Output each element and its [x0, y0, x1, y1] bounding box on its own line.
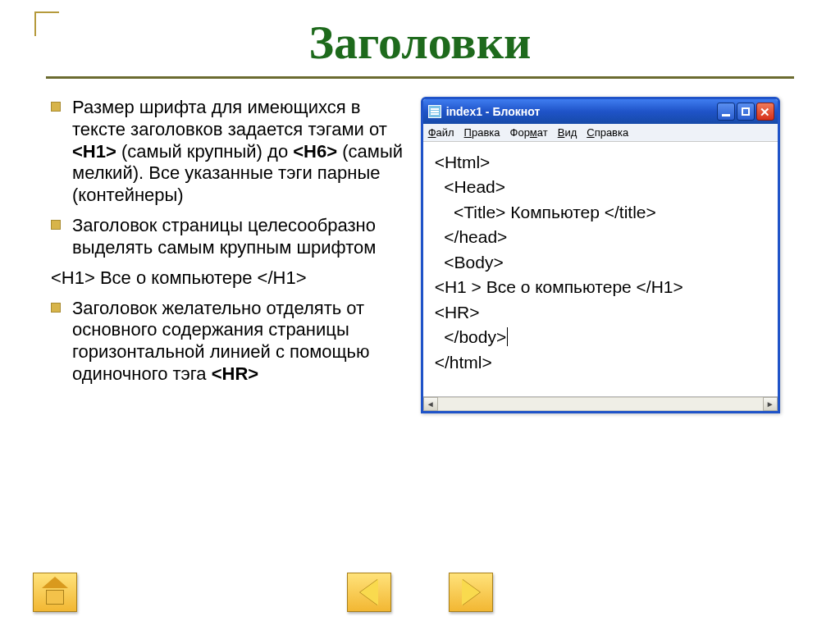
window-titlebar[interactable]: index1 - Блокнот ✕ [423, 99, 778, 124]
code-line: <H1 > Все о компьютере </H1> [435, 275, 774, 299]
title-underline [46, 76, 794, 79]
notepad-icon [428, 105, 441, 118]
bullet-item-3: Заголовок желательно отделять от основно… [51, 298, 404, 386]
home-icon [41, 580, 69, 605]
menu-bar: Файл Правка Формат Вид Справка [423, 124, 778, 142]
slide-title: Заголовки [23, 15, 817, 70]
maximize-button[interactable] [737, 103, 755, 121]
editor-area[interactable]: <Html> <Head> <Title> Компьютер </title>… [423, 142, 778, 396]
nav-buttons [0, 573, 840, 612]
code-line: <Body> [435, 250, 774, 275]
next-button[interactable] [449, 573, 493, 612]
text: Заголовок страницы целесообразно выделят… [72, 215, 376, 258]
bullet-list: Размер шрифта для имеющихся в тексте заг… [23, 97, 404, 413]
menu-format[interactable]: Формат [510, 126, 548, 139]
bullet-item-2: Заголовок страницы целесообразно выделят… [51, 215, 404, 259]
bullet-icon [51, 102, 61, 112]
slide: Заголовки Размер шрифта для имеющихся в … [0, 0, 840, 630]
tag-h6: <H6> [293, 141, 337, 162]
bullet-item-1: Размер шрифта для имеющихся в тексте заг… [51, 97, 404, 207]
scroll-left-icon[interactable]: ◄ [423, 397, 438, 411]
scroll-right-icon[interactable]: ► [763, 397, 778, 411]
tag-h1: <H1> [72, 141, 116, 162]
arrow-right-icon [462, 579, 480, 605]
close-button[interactable]: ✕ [756, 103, 774, 121]
bullet-icon [51, 303, 61, 313]
code-line: </body> [435, 325, 774, 349]
code-line: </html> [435, 350, 774, 375]
menu-view[interactable]: Вид [558, 126, 578, 139]
menu-help[interactable]: Справка [587, 126, 628, 139]
text: Размер шрифта для имеющихся в тексте заг… [72, 97, 387, 139]
code-line: <Html> [435, 150, 774, 175]
horizontal-scrollbar[interactable]: ◄ ► [423, 396, 778, 411]
tag-hr: <HR> [212, 363, 258, 384]
code-example-line: <H1> Все о компьютере </H1> [51, 267, 404, 290]
screenshot-area: index1 - Блокнот ✕ Файл Правка Формат Ви… [421, 97, 817, 413]
code-line: </head> [435, 225, 774, 249]
bullet-icon [51, 220, 61, 230]
text: (самый крупный) до [116, 141, 293, 162]
window-title: index1 - Блокнот [446, 105, 541, 118]
content-row: Размер шрифта для имеющихся в тексте заг… [23, 97, 817, 413]
notepad-window: index1 - Блокнот ✕ Файл Правка Формат Ви… [421, 97, 780, 413]
minimize-button[interactable] [717, 103, 735, 121]
code-line: <HR> [435, 300, 774, 325]
scroll-track[interactable] [438, 397, 763, 411]
menu-edit[interactable]: Правка [464, 126, 500, 139]
title-area: Заголовки [23, 11, 817, 85]
text: <H1> Все о компьютере </H1> [51, 267, 307, 288]
home-button[interactable] [33, 573, 77, 612]
code-line: <Title> Компьютер </title> [435, 200, 774, 225]
menu-file[interactable]: Файл [428, 126, 454, 139]
prev-button[interactable] [347, 573, 391, 612]
code-line: <Head> [435, 175, 774, 199]
arrow-left-icon [360, 579, 378, 605]
